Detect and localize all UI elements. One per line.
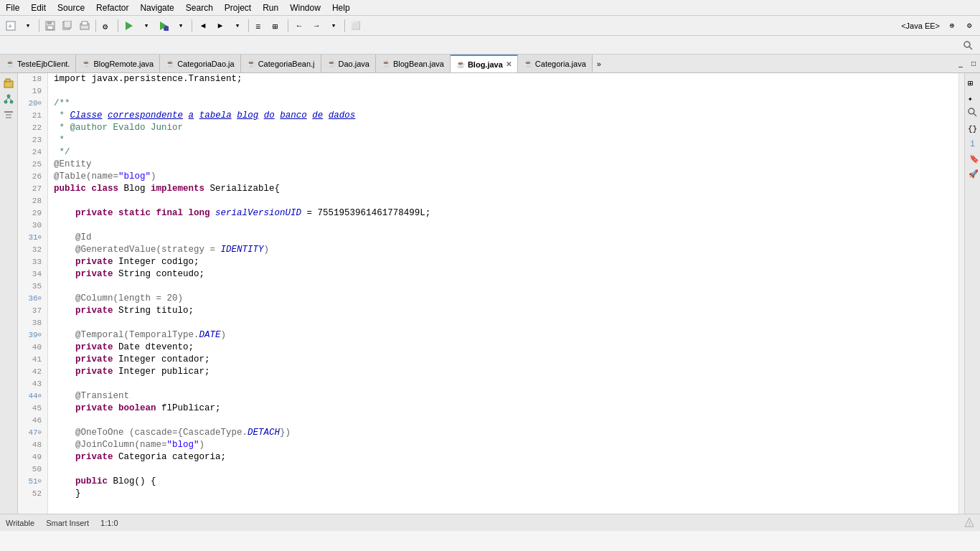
tab-categoriadao[interactable]: ☕ CategoriaDao.ja: [160, 55, 241, 72]
code-line-25[interactable]: @Entity: [54, 159, 958, 171]
code-line-49[interactable]: private Categoria categoria;: [54, 451, 958, 463]
save-button[interactable]: [42, 18, 58, 34]
tab-blog[interactable]: ☕ Blog.java ✕: [451, 55, 518, 72]
code-line-37[interactable]: private String titulo;: [54, 305, 958, 317]
tab-maximize[interactable]: □: [967, 57, 980, 70]
sidebar-icon-package[interactable]: [1, 76, 16, 90]
code-line-46[interactable]: [54, 415, 958, 427]
svg-text:✦: ✦: [968, 95, 973, 103]
menu-help[interactable]: Help: [326, 1, 356, 14]
code-line-41[interactable]: private Integer contador;: [54, 354, 958, 366]
code-line-18[interactable]: import javax.persistence.Transient;: [54, 73, 958, 85]
code-line-32[interactable]: @GeneratedValue(strategy = IDENTITY): [54, 244, 958, 256]
annotation-dropdown[interactable]: ▾: [230, 18, 245, 34]
code-line-45[interactable]: private boolean flPublicar;: [54, 402, 958, 415]
menu-refactor[interactable]: Refactor: [90, 1, 134, 14]
tab-overflow-button[interactable]: »: [593, 58, 606, 70]
code-line-47[interactable]: @OneToOne (cascade={CascadeType.DETACH}): [54, 427, 958, 439]
next-annotation[interactable]: ▶: [212, 18, 228, 34]
code-line-52[interactable]: }: [54, 488, 958, 500]
code-line-23[interactable]: *: [54, 134, 958, 146]
properties-button[interactable]: ⚙: [99, 18, 115, 34]
new-dropdown[interactable]: ▾: [20, 18, 36, 34]
menu-project[interactable]: Project: [219, 1, 257, 14]
tab-blogbean[interactable]: ☕ BlogBean.java: [376, 55, 451, 72]
code-line-39[interactable]: @Temporal(TemporalType.DATE): [54, 329, 958, 342]
run-debug-dropdown[interactable]: ▾: [173, 18, 189, 34]
code-line-31[interactable]: @Id: [54, 232, 958, 244]
code-line-22[interactable]: * @author Evaldo Junior: [54, 122, 958, 134]
menu-file[interactable]: File: [0, 1, 25, 14]
menu-navigate[interactable]: Navigate: [134, 1, 179, 14]
tab-blogremote[interactable]: ☕ BlogRemote.java: [76, 55, 160, 72]
mini-scrollbar[interactable]: [958, 73, 964, 514]
forward-button[interactable]: →: [308, 18, 324, 34]
code-line-42[interactable]: private Integer publicar;: [54, 366, 958, 378]
tab-categoriabean[interactable]: ☕ CategoriaBean.j: [241, 55, 321, 72]
prev-annotation[interactable]: ◀: [195, 18, 211, 34]
back-button[interactable]: ←: [291, 18, 307, 34]
save-all-button[interactable]: [60, 18, 75, 34]
search-icon[interactable]: [960, 37, 976, 53]
code-line-51[interactable]: public Blog() {: [54, 476, 958, 488]
code-line-27[interactable]: public class Blog implements Serializabl…: [54, 183, 958, 195]
code-line-29[interactable]: private static final long serialVersionU…: [54, 207, 958, 220]
menu-window[interactable]: Window: [284, 1, 326, 14]
sidebar-right-icon1[interactable]: ⊞: [966, 76, 979, 89]
code-line-34[interactable]: private String conteudo;: [54, 268, 958, 281]
run-debug-button[interactable]: [156, 18, 171, 34]
sidebar-right-search[interactable]: [966, 106, 979, 119]
code-line-30[interactable]: [54, 220, 958, 232]
code-line-44[interactable]: @Transient: [54, 390, 958, 402]
svg-rect-6: [64, 21, 71, 28]
menu-search[interactable]: Search: [180, 1, 219, 14]
run-dropdown[interactable]: ▾: [138, 18, 154, 34]
code-line-35[interactable]: [54, 281, 958, 293]
menu-edit[interactable]: Edit: [25, 1, 52, 14]
line-num-42: 42: [21, 366, 44, 378]
maximize-button[interactable]: ⬜: [348, 18, 364, 34]
sidebar-icon-outline[interactable]: [1, 108, 16, 122]
code-line-28[interactable]: [54, 195, 958, 207]
expand-all[interactable]: ⊞: [269, 18, 285, 34]
sidebar-right-tasks[interactable]: ✦: [966, 91, 979, 104]
code-line-24[interactable]: */: [54, 146, 958, 159]
status-bar: Writable Smart Insert 1:1:0 !: [0, 514, 980, 531]
tab-close-blog[interactable]: ✕: [506, 60, 512, 68]
code-line-33[interactable]: private Integer codigo;: [54, 256, 958, 268]
code-line-40[interactable]: private Date dtevento;: [54, 342, 958, 354]
new-button[interactable]: +: [3, 18, 19, 34]
print-button[interactable]: [77, 18, 93, 34]
run-last-button[interactable]: [121, 18, 137, 34]
code-line-43[interactable]: [54, 378, 958, 390]
sidebar-right-rocket[interactable]: 🚀: [966, 166, 979, 179]
code-line-20[interactable]: /**: [54, 98, 958, 110]
open-perspective[interactable]: ⊕: [944, 18, 960, 34]
menu-run[interactable]: Run: [257, 1, 284, 14]
code-line-48[interactable]: @JoinColumn(name="blog"): [54, 439, 958, 451]
tab-testejbclient[interactable]: ☕ TesteEjbClient.: [0, 55, 76, 72]
collapse-all[interactable]: ≡: [252, 18, 268, 34]
code-container[interactable]: 181920⊖2122232425262728293031⊖3233343536…: [18, 73, 964, 514]
tab-minimize[interactable]: _: [954, 57, 967, 70]
sidebar-right-bookmark[interactable]: 🔖: [966, 151, 979, 164]
code-line-50[interactable]: [54, 463, 958, 476]
sep1: [39, 19, 39, 32]
perspective-settings[interactable]: ⚙: [961, 18, 977, 34]
tab-dao[interactable]: ☕ Dao.java: [321, 55, 376, 72]
perspective-label[interactable]: <Java EE>: [898, 22, 943, 30]
nav-dropdown[interactable]: ▾: [326, 18, 341, 34]
code-line-38[interactable]: [54, 317, 958, 329]
code-lines[interactable]: import javax.persistence.Transient;/** *…: [48, 73, 958, 514]
code-line-19[interactable]: [54, 85, 958, 98]
code-line-21[interactable]: * Classe correspondente a tabela blog do…: [54, 110, 958, 122]
line-num-47: 47⊖: [21, 427, 44, 439]
status-warnings[interactable]: !: [964, 517, 974, 529]
tab-categoria[interactable]: ☕ Categoria.java: [518, 55, 593, 72]
code-line-26[interactable]: @Table(name="blog"): [54, 171, 958, 183]
sidebar-icon-hierarchy[interactable]: [1, 92, 16, 106]
sidebar-right-info[interactable]: i: [966, 136, 979, 149]
sidebar-right-vars[interactable]: {}: [966, 121, 979, 134]
menu-source[interactable]: Source: [52, 1, 90, 14]
code-line-36[interactable]: @Column(length = 20): [54, 293, 958, 305]
